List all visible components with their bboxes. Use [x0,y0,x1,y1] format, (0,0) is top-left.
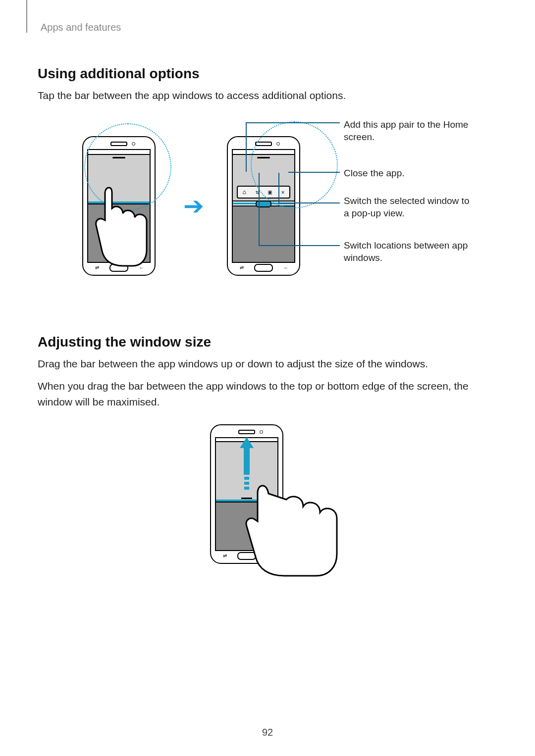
figure-adjust-size: ⇌ ← [51,421,516,585]
breadcrumb: Apps and features [41,22,499,33]
figure-additional-options: ⇌ ← ➔ ⌂ ⇅ ▣ ✕ [51,118,516,316]
hand-pointer-icon [78,182,148,271]
callout-add-pair: Add this app pair to the Home screen. [344,118,473,144]
callout-popup-view: Switch the selected window to a pop-up v… [344,195,473,220]
section-heading-2: Adjusting the window size [38,334,499,350]
hand-drag-icon [239,474,338,583]
page-number: 92 [0,727,535,738]
callout-switch-loc: Switch locations between app windows. [344,239,473,264]
section-2-body-1: Drag the bar between the app windows up … [38,356,498,372]
home-pair-icon: ⌂ [240,189,248,196]
arrow-right-icon: ➔ [183,194,204,218]
section-heading-1: Using additional options [38,66,499,82]
magnifier-circle-right [251,121,338,208]
section-2-body-2: When you drag the bar between the app wi… [38,378,498,409]
callout-close-app: Close the app. [344,167,405,180]
divider-handle [256,201,271,207]
section-1-body: Tap the bar between the app windows to a… [38,88,498,103]
header-side-rule [26,0,27,33]
